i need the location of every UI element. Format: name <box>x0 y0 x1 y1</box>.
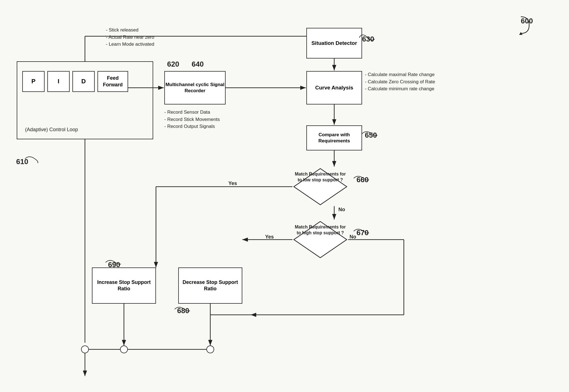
ref-660-arrow <box>352 173 372 184</box>
box-recorder: Multichannel cyclic Signal Recorder <box>164 71 226 104</box>
diagram-container: (Adaptive) Control Loop P I D Feed Forwa… <box>0 0 569 392</box>
ref-650-arrow <box>361 128 380 139</box>
control-loop-label: (Adaptive) Control Loop <box>25 127 78 133</box>
ref-670-arrow <box>352 226 372 237</box>
box-curve-analysis: Curve Analysis <box>306 71 362 104</box>
recorder-notes: - Record Sensor Data - Record Stick Move… <box>164 109 220 130</box>
ref-640: 640 <box>192 60 204 69</box>
diamond-670-label: Match Requirements for to high stop supp… <box>294 224 347 236</box>
ref-620: 620 <box>167 60 179 69</box>
ref-630-arrow <box>356 31 379 45</box>
ref-600-arrow <box>507 14 535 36</box>
yes-label-670: Yes <box>265 234 274 240</box>
box-compare-requirements: Compare with Requirements <box>306 125 362 150</box>
circle-node-left <box>81 345 89 353</box>
box-situation-detector: Situation Detector <box>306 28 362 59</box>
curve-notes: - Calculate maximal Rate change - Calcul… <box>365 71 435 92</box>
box-feed-forward: Feed Forward <box>97 71 128 92</box>
yes-label-660: Yes <box>228 181 237 186</box>
diamond-660-label: Match Requirements for to low stop suppo… <box>294 171 347 183</box>
ref-610-arrow <box>24 153 40 164</box>
ref-690-arrow <box>104 257 124 268</box>
ref-680-arrow <box>173 304 193 315</box>
circle-node-mid <box>120 345 128 353</box>
box-d: D <box>72 71 95 92</box>
diagram-lines <box>0 0 569 392</box>
box-increase-stop-support: Increase Stop Support Ratio <box>92 267 156 304</box>
box-i: I <box>47 71 70 92</box>
box-decrease-stop-support: Decrease Stop Support Ratio <box>178 267 242 304</box>
top-conditions: - Stick released - Actual Rate near zero… <box>106 26 154 48</box>
no-label-660: No <box>338 207 345 213</box>
circle-node-right <box>206 345 214 353</box>
box-p: P <box>22 71 45 92</box>
